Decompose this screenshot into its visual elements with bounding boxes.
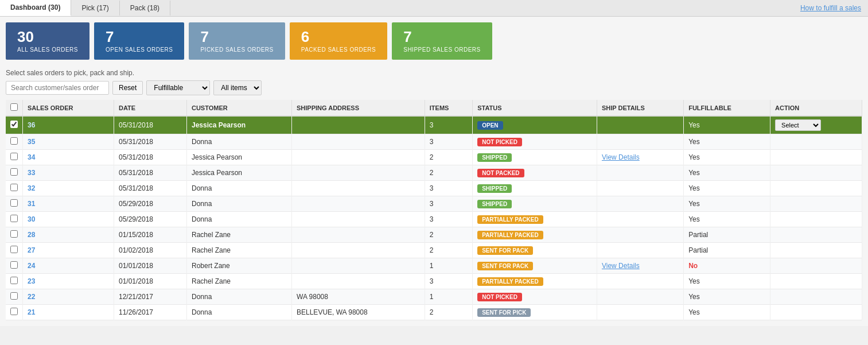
row-checkbox[interactable] — [10, 215, 18, 222]
picked-orders-num: 7 — [200, 29, 273, 44]
cell-sales-order: 21 — [23, 305, 114, 320]
cell-shipping-address — [292, 258, 425, 274]
card-all-orders[interactable]: 30 ALL SALES ORDERS — [6, 22, 89, 60]
cell-sales-order: 28 — [23, 227, 114, 243]
sales-order-link[interactable]: 22 — [28, 293, 35, 301]
items-filter[interactable]: All items Item A Item B — [213, 80, 262, 95]
cell-fulfillable: Yes — [684, 165, 770, 181]
cell-status: PARTIALLY PACKED — [473, 227, 597, 243]
ship-details-link[interactable]: View Details — [602, 153, 640, 161]
reset-button[interactable]: Reset — [112, 81, 143, 95]
cell-date: 01/02/2018 — [114, 243, 186, 258]
sales-order-link[interactable]: 34 — [28, 153, 35, 161]
card-open-orders[interactable]: 7 OPEN SALES ORDERS — [94, 22, 184, 60]
cell-fulfillable: No — [684, 258, 770, 274]
sales-order-link[interactable]: 27 — [28, 246, 35, 254]
row-checkbox[interactable] — [10, 121, 18, 128]
ship-details-link[interactable]: View Details — [602, 262, 640, 270]
cell-ship-details — [597, 196, 683, 212]
row-checkbox[interactable] — [10, 308, 18, 315]
row-checkbox-cell — [6, 212, 23, 227]
row-checkbox-cell — [6, 196, 23, 212]
col-status: STATUS — [473, 100, 597, 116]
cell-status: PARTIALLY PACKED — [473, 212, 597, 227]
tab-pack-label: Pack — [130, 4, 146, 12]
header-checkbox[interactable] — [6, 100, 23, 116]
cell-customer: Donna — [186, 289, 291, 305]
row-checkbox[interactable] — [10, 199, 18, 207]
cell-status: PARTIALLY PACKED — [473, 274, 597, 289]
table-row: 3605/31/2018Jessica Pearson3OPENYesSelec… — [6, 116, 862, 134]
sales-order-link[interactable]: 31 — [28, 200, 35, 208]
cell-items: 3 — [425, 196, 472, 212]
card-shipped-orders[interactable]: 7 SHIPPED SALES ORDERS — [392, 22, 492, 60]
row-checkbox[interactable] — [10, 230, 18, 238]
cell-ship-details — [597, 165, 683, 181]
row-checkbox-cell — [6, 134, 23, 150]
cell-action — [770, 212, 862, 227]
row-checkbox[interactable] — [10, 168, 18, 176]
row-checkbox[interactable] — [10, 246, 18, 253]
cell-sales-order: 32 — [23, 181, 114, 196]
cell-date: 01/01/2018 — [114, 258, 186, 274]
cell-shipping-address: BELLEVUE, WA 98008 — [292, 305, 425, 320]
cell-fulfillable: Yes — [684, 181, 770, 196]
cell-ship-details — [597, 116, 683, 134]
row-checkbox[interactable] — [10, 184, 18, 191]
control-row: Reset Fulfillable All Not Fulfillable Al… — [6, 80, 862, 95]
sales-order-link[interactable]: 28 — [28, 231, 35, 239]
cell-fulfillable: Yes — [684, 116, 770, 134]
cell-sales-order: 22 — [23, 289, 114, 305]
col-action: ACTION — [770, 100, 862, 116]
sales-order-link[interactable]: 36 — [28, 121, 35, 129]
instruction-text: Select sales orders to pick, pack and sh… — [6, 69, 862, 77]
status-badge: PARTIALLY PACKED — [477, 277, 543, 286]
card-packed-orders[interactable]: 6 PACKED SALES ORDERS — [290, 22, 387, 60]
fulfillable-filter[interactable]: Fulfillable All Not Fulfillable — [146, 80, 210, 95]
sales-order-link[interactable]: 33 — [28, 169, 35, 177]
cell-sales-order: 23 — [23, 274, 114, 289]
sales-order-link[interactable]: 35 — [28, 138, 35, 146]
cell-shipping-address — [292, 274, 425, 289]
tab-pack[interactable]: Pack (18) — [120, 1, 170, 15]
search-input[interactable] — [6, 81, 109, 95]
cell-shipping-address — [292, 196, 425, 212]
cell-status: SENT FOR PACK — [473, 243, 597, 258]
sales-order-link[interactable]: 30 — [28, 215, 35, 223]
row-checkbox[interactable] — [10, 261, 18, 269]
row-checkbox[interactable] — [10, 153, 18, 160]
action-select[interactable]: Select — [775, 119, 821, 131]
top-nav: Dashboard (30) Pick (17) Pack (18) How t… — [0, 0, 868, 17]
controls-area: Select sales orders to pick, pack and sh… — [0, 65, 868, 100]
cell-items: 3 — [425, 181, 472, 196]
tab-dashboard[interactable]: Dashboard (30) — [0, 0, 71, 16]
cell-ship-details — [597, 212, 683, 227]
sales-order-link[interactable]: 23 — [28, 277, 35, 285]
sales-order-link[interactable]: 32 — [28, 184, 35, 192]
row-checkbox[interactable] — [10, 137, 18, 145]
cell-sales-order: 35 — [23, 134, 114, 150]
row-checkbox-cell — [6, 150, 23, 165]
cell-action — [770, 289, 862, 305]
cell-date: 05/31/2018 — [114, 116, 186, 134]
cell-status: OPEN — [473, 116, 597, 134]
table-row: 2111/26/2017DonnaBELLEVUE, WA 980082SENT… — [6, 305, 862, 320]
status-badge: NOT PICKED — [477, 138, 522, 146]
cell-fulfillable: Yes — [684, 150, 770, 165]
help-link[interactable]: How to fulfill a sales — [793, 1, 868, 15]
row-checkbox-cell — [6, 258, 23, 274]
row-checkbox[interactable] — [10, 277, 18, 284]
cell-sales-order: 31 — [23, 196, 114, 212]
cell-items: 2 — [425, 165, 472, 181]
sales-order-link[interactable]: 21 — [28, 308, 35, 316]
card-picked-orders[interactable]: 7 PICKED SALES ORDERS — [189, 22, 285, 60]
cell-customer: Jessica Pearson — [186, 150, 291, 165]
tab-dashboard-label: Dashboard — [10, 3, 46, 11]
row-checkbox-cell — [6, 181, 23, 196]
row-checkbox[interactable] — [10, 292, 18, 300]
tab-pick[interactable]: Pick (17) — [71, 1, 119, 15]
status-badge: PARTIALLY PACKED — [477, 231, 543, 239]
cell-shipping-address — [292, 181, 425, 196]
col-items: ITEMS — [425, 100, 472, 116]
sales-order-link[interactable]: 24 — [28, 262, 35, 270]
